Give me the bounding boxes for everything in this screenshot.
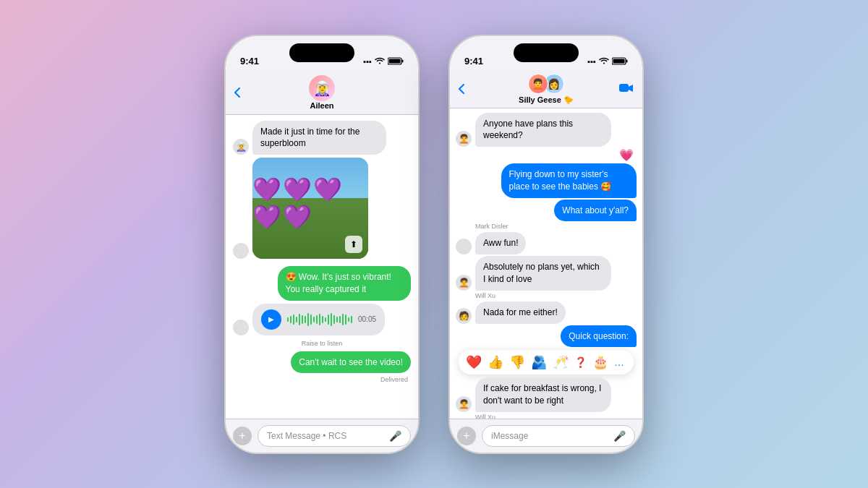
msg-text: What about y'all? xyxy=(562,205,629,215)
input-bar-2: + iMessage 🎤 xyxy=(450,419,642,453)
messages-area-1: 🧝‍♀️ Made it just in time for the superb… xyxy=(226,115,418,419)
battery-icon-1 xyxy=(388,57,404,67)
msg-text: Anyone have plans this weekend? xyxy=(483,119,573,141)
sender-label: Will Xu xyxy=(475,292,637,299)
msg-text: Flying down to my sister's place to see … xyxy=(509,169,612,192)
msg-text: Can't wait to see the video! xyxy=(299,357,403,367)
svg-rect-4 xyxy=(626,59,628,62)
reaction-hug[interactable]: 🫂 xyxy=(531,354,547,370)
input-placeholder-2: iMessage xyxy=(491,431,528,441)
msg-text: 😍 Wow. It's just so vibrant! You really … xyxy=(286,272,391,294)
svg-rect-6 xyxy=(619,84,629,92)
avatar: 🧑 xyxy=(456,308,472,324)
bubble: Can't wait to see the video! xyxy=(291,351,411,374)
mic-icon-2[interactable]: 🎤 xyxy=(613,430,626,442)
nav-center-1: 🧝‍♀️ Aileen xyxy=(309,75,335,110)
photo-flowers: 💜💜💜💜💜 xyxy=(252,178,368,228)
msg-text: Aww fun! xyxy=(483,238,518,248)
bubble: Anyone have plans this weekend? xyxy=(475,113,611,147)
delivered-label: Delivered xyxy=(233,376,408,383)
reaction-thumbsup[interactable]: 👍 xyxy=(488,354,503,370)
wifi-icon-1 xyxy=(375,57,385,67)
nav-bar-2: 🧑‍🦱 👩 Silly Geese 🐤 xyxy=(450,71,642,108)
msg-text: Quick question: xyxy=(569,331,629,341)
reaction-cake[interactable]: 🎂 xyxy=(592,354,608,370)
reaction-thumbsdown[interactable]: 👎 xyxy=(509,354,525,370)
signal-icon-1: ▪▪▪ xyxy=(363,57,372,66)
heart-reaction: 💗 xyxy=(619,148,634,162)
bubble: Made it just in time for the superbloom xyxy=(252,121,386,155)
photo-row: 💜💜💜💜💜 ⬆ xyxy=(233,158,411,259)
bubble: What about y'all? xyxy=(554,200,637,222)
wifi-icon-2 xyxy=(599,57,609,67)
reaction-question[interactable]: ❓ xyxy=(574,356,587,368)
reaction-more[interactable]: … xyxy=(614,356,624,368)
dynamic-island-2 xyxy=(514,43,579,62)
back-button-2[interactable] xyxy=(459,84,464,94)
voice-row: ▶ xyxy=(233,304,411,335)
raise-to-listen: Raise to listen xyxy=(233,340,411,347)
message-input-1[interactable]: Text Message • RCS 🎤 xyxy=(258,425,411,447)
msg-row: Can't wait to see the video! xyxy=(233,351,411,374)
contact-avatar-1: 🧝‍♀️ xyxy=(309,75,335,101)
msg-text: Made it just in time for the superbloom xyxy=(260,127,359,149)
input-bar-1: + Text Message • RCS 🎤 xyxy=(226,419,418,453)
signal-icon-2: ▪▪▪ xyxy=(587,57,596,66)
share-icon[interactable]: ⬆ xyxy=(345,236,362,253)
msg-row: 😍 Wow. It's just so vibrant! You really … xyxy=(233,266,411,301)
avatar: 🧝‍♀️ xyxy=(233,139,249,155)
msg-row: Quick question: xyxy=(456,325,637,348)
bubble: Quick question: xyxy=(561,325,637,348)
phone-2: 9:41 ▪▪▪ 🧑‍🦱 👩 Silly Geese 🐤 xyxy=(448,35,644,454)
messages-area-2: 🧑‍🦱 Anyone have plans this weekend? 💗 Fl… xyxy=(450,108,642,419)
status-time-1: 9:41 xyxy=(240,56,259,67)
msg-text: Nada for me either! xyxy=(483,307,558,317)
avatar: 🧑‍🦱 xyxy=(456,396,472,412)
svg-rect-1 xyxy=(402,59,404,62)
avatar xyxy=(456,239,472,254)
msg-row: 🧑‍🦱 If cake for breakfast is wrong, I do… xyxy=(456,377,637,412)
nav-center-2[interactable]: 🧑‍🦱 👩 Silly Geese 🐤 xyxy=(519,74,574,105)
message-input-2[interactable]: iMessage 🎤 xyxy=(482,425,635,447)
msg-row: 🧑‍🦱 Absolutely no plans yet, which I kin… xyxy=(456,256,637,291)
bubble: Flying down to my sister's place to see … xyxy=(501,163,637,198)
msg-row: Flying down to my sister's place to see … xyxy=(456,163,637,198)
battery-icon-2 xyxy=(612,57,628,67)
reaction-heart[interactable]: ❤️ xyxy=(466,354,482,370)
msg-row: 🧑‍🦱 Anyone have plans this weekend? xyxy=(456,113,637,147)
status-icons-2: ▪▪▪ xyxy=(587,57,628,67)
play-button[interactable]: ▶ xyxy=(261,309,281,330)
msg-row: Aww fun! xyxy=(456,232,637,254)
bubble: 😍 Wow. It's just so vibrant! You really … xyxy=(278,266,412,301)
nav-bar-1: 🧝‍♀️ Aileen xyxy=(226,71,418,115)
contact-name-1: Aileen xyxy=(310,101,333,110)
avatar xyxy=(233,243,249,259)
status-time-2: 9:41 xyxy=(464,56,483,67)
msg-row: What about y'all? xyxy=(456,200,637,222)
bubble: If cake for breakfast is wrong, I don't … xyxy=(475,377,611,412)
avatar: 🧑‍🦱 xyxy=(456,131,472,147)
msg-text: If cake for breakfast is wrong, I don't … xyxy=(483,383,601,406)
reaction-champagne[interactable]: 🥂 xyxy=(553,354,569,370)
add-button-2[interactable]: + xyxy=(457,427,476,445)
bubble: Absolutely no plans yet, which I kind of… xyxy=(475,256,611,291)
voice-bubble: ▶ xyxy=(252,304,385,335)
svg-rect-2 xyxy=(389,59,401,63)
svg-rect-5 xyxy=(613,59,625,63)
video-call-button[interactable] xyxy=(619,82,634,97)
msg-text: Absolutely no plans yet, which I kind of… xyxy=(483,262,600,284)
group-name-2: Silly Geese 🐤 xyxy=(519,95,574,105)
photo-bubble: 💜💜💜💜💜 ⬆ xyxy=(252,158,368,259)
add-button-1[interactable]: + xyxy=(233,427,252,445)
status-icons-1: ▪▪▪ xyxy=(363,57,404,67)
bubble: Nada for me either! xyxy=(475,301,566,324)
input-placeholder-1: Text Message • RCS xyxy=(267,431,346,441)
mic-icon-1[interactable]: 🎤 xyxy=(389,430,401,442)
dynamic-island-1 xyxy=(289,43,354,62)
phone-1: 9:41 ▪▪▪ 🧝‍♀️ Aileen 🧝‍♀️ Made it just i… xyxy=(224,35,420,454)
avatar xyxy=(233,320,249,335)
avatar: 🧑‍🦱 xyxy=(456,275,472,291)
back-button-1[interactable] xyxy=(234,87,240,98)
bubble: Aww fun! xyxy=(475,232,526,254)
voice-duration: 00:05 xyxy=(358,315,376,323)
